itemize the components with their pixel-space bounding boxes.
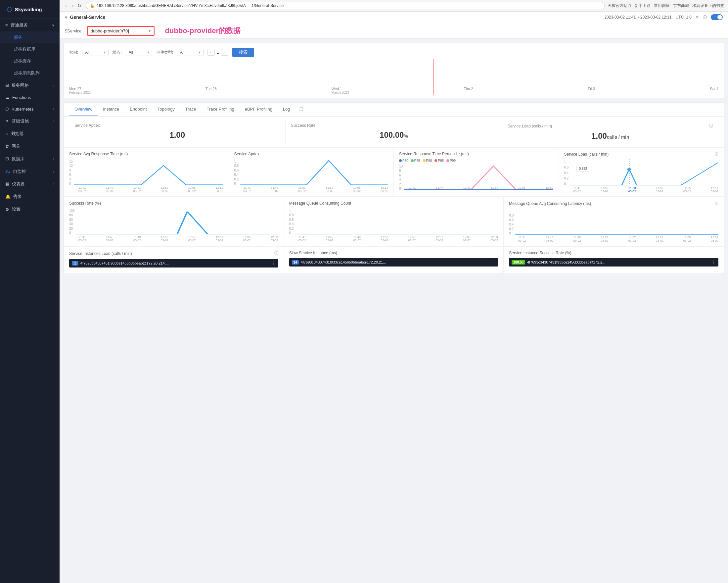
chart-sl-xaxis: 11:4103-0211:5003-0211:5003-0211:5903-02… — [573, 186, 719, 192]
service-select[interactable]: dubbo-provider[n70] ▾ — [88, 27, 154, 35]
chevron-sm-icon: › — [53, 170, 54, 174]
tab-instance[interactable]: Instance — [98, 103, 124, 116]
metric-sr-value: 100.00% — [291, 130, 496, 140]
prev-page-button[interactable]: ‹ — [207, 49, 215, 56]
instance-select[interactable]: All ▾ — [82, 49, 108, 56]
sidebar-group-header-normal-service[interactable]: ≡普通服务 ∨ — [0, 19, 59, 31]
cal-date-4: Fri 3 — [588, 87, 595, 94]
forward-button[interactable]: › — [70, 2, 75, 9]
sidebar-item-virtual-cache[interactable]: 虚拟缓存 — [0, 55, 59, 67]
tab-trace[interactable]: Trace — [180, 103, 202, 116]
sidebar-item-service[interactable]: 服务 — [0, 31, 59, 43]
service-select-text: dubbo-provider[n70] — [91, 28, 129, 33]
metric-load-info[interactable]: ⓘ — [709, 123, 713, 129]
instance-sr-name: 4f7693c34307431f933ce1456b0bbeab@172.2..… — [527, 260, 709, 264]
refresh-button[interactable]: ↺ — [696, 15, 699, 20]
sidebar-group-header-service-mesh[interactable]: ⊞服务网格 › — [0, 79, 59, 92]
info-icon[interactable]: ⓘ — [703, 15, 707, 20]
bookmark-2[interactable]: 新手上路 — [635, 3, 651, 8]
sidebar-group-header-infra[interactable]: ✦基础设施 › — [0, 115, 59, 127]
calendar-filter: 实例: All ▾ 端点: All ▾ 事件类型: All ▾ ‹ 1 — [64, 46, 724, 59]
chart-sr-yaxis: 100806040200 — [69, 208, 75, 235]
next-page-button[interactable]: › — [221, 49, 228, 56]
instance-load-badge: 1 — [72, 261, 78, 265]
calendar-section: 实例: All ▾ 端点: All ▾ 事件类型: All ▾ ‹ 1 — [63, 43, 724, 98]
chart-mq-lat-yaxis: 10.80.60.40.20 — [509, 208, 514, 235]
sidebar-item-alert[interactable]: 🔔 告警 — [0, 191, 59, 203]
sidebar-group-header-gateway[interactable]: ✿网关 › — [0, 140, 59, 153]
metric-load-title: Service Load (calls / min) ⓘ — [508, 123, 713, 129]
chevron-db-icon: › — [53, 157, 54, 161]
sidebar-item-functions[interactable]: ☁ Functions — [0, 92, 59, 103]
mobile-bookmark[interactable]: 移动设备上的书签 — [692, 3, 724, 8]
instance-sr-item[interactable]: 100.00 4f7693c34307431f933ce1456b0bbeab@… — [509, 258, 719, 267]
sidebar-group-items-normal-service: 服务 虚拟数据库 虚拟缓存 虚拟消息队列 — [0, 31, 59, 79]
chart-sl-tooltip: 0.752 — [576, 166, 589, 172]
bookmark-4[interactable]: 京东商城 — [673, 3, 689, 8]
gateway-icon: ✿ — [5, 144, 9, 149]
pagination: ‹ 1 › — [207, 49, 228, 56]
instance-slow-more[interactable]: ⋮ — [491, 259, 495, 265]
page-title: General-Service — [70, 15, 106, 20]
tab-topology[interactable]: Topology — [152, 103, 180, 116]
chevron-down-icon: ∨ — [52, 24, 54, 27]
instance-load-item[interactable]: 1 4f7693c34307431f933ce1456b0bbeab@172.2… — [69, 259, 278, 268]
chart-sl-info[interactable]: ⓘ — [715, 152, 719, 157]
instance-load-more[interactable]: ⋮ — [271, 260, 276, 266]
chart-mq-lat-info[interactable]: ⓘ — [715, 201, 719, 206]
tab-log[interactable]: Log — [278, 103, 295, 116]
chart-rp-svg — [404, 164, 553, 191]
chevron-gateway-icon: › — [53, 145, 54, 148]
reload-button[interactable]: ↻ — [76, 2, 83, 9]
sidebar-group-header-kubernetes[interactable]: ⬡Kubernetes › — [0, 103, 59, 115]
chart-sl-canvas: 10.60.40.20 — [564, 159, 719, 192]
instance-load-info[interactable]: ⓘ — [274, 251, 278, 256]
sw-icon: Sw — [5, 170, 10, 174]
bookmark-1[interactable]: 火狐官方站点 — [607, 3, 631, 8]
bookmark-3[interactable]: 常用网址 — [654, 3, 670, 8]
chart-sl-svg — [570, 159, 719, 186]
browser-icon: ○ — [5, 131, 8, 136]
instance-sr-title: Service Instance Success Rate (%) — [509, 251, 719, 255]
browser-bar: ‹ › ↻ 🔒 192.168.122.28:8080/dashboard/GE… — [59, 0, 728, 11]
back-button[interactable]: ‹ — [63, 2, 69, 9]
sidebar-item-settings[interactable]: ⚙ 设置 — [0, 203, 59, 216]
cal-date-0: Mon 27 February 2023 — [69, 87, 91, 94]
sidebar-group-header-dashboard[interactable]: ▦仪表盘 › — [0, 178, 59, 191]
tab-ebpf-profiling[interactable]: eBPF Profiling — [240, 103, 278, 116]
menu-icon[interactable]: ≡ — [65, 15, 68, 20]
top-bar-right: 2023-03-02 11:41 ~ 2023-03-02 12:11 UTC+… — [604, 14, 723, 20]
copy-icon[interactable]: ❐ — [295, 104, 307, 115]
p99-dot — [446, 159, 449, 162]
chart-avg-response-time: Service Avg Response Time (ms) 15129630 — [64, 148, 229, 197]
sidebar-item-browser[interactable]: ○ 浏览器 — [0, 127, 59, 140]
toggle-button[interactable] — [711, 14, 723, 20]
tab-overview[interactable]: Overview — [69, 103, 98, 116]
browser-url-bar[interactable]: 🔒 192.168.122.28:8080/dashboard/GENERAL/… — [86, 2, 605, 9]
sidebar-item-virtual-mq[interactable]: 虚拟消息队列 — [0, 67, 59, 79]
tab-endpoint[interactable]: Endpoint — [124, 103, 152, 116]
chart-rp-yaxis: 1086420 — [399, 164, 403, 191]
cal-date-5: Sat 4 — [710, 87, 719, 94]
search-button[interactable]: 搜索 — [232, 48, 254, 57]
logo: ⬡ Skywalking — [0, 0, 59, 19]
instance-sr-more[interactable]: ⋮ — [711, 259, 716, 265]
chart-sa-xaxis: 11:4103-0211:4703-0211:5303-0211:5903-02… — [243, 186, 389, 192]
instance-slow-item[interactable]: 14 4f7693c34307431f933ce1456b0bbeab@172.… — [289, 258, 498, 267]
event-select[interactable]: All ▾ — [177, 49, 204, 56]
service-select-wrapper: dubbo-provider[n70] ▾ — [87, 26, 155, 36]
endpoint-select[interactable]: All ▾ — [126, 49, 152, 56]
charts-grid-2: Success Rate (%) 100806040200 11:4103-02… — [64, 197, 724, 247]
tab-trace-profiling[interactable]: Trace Profiling — [201, 103, 239, 116]
sidebar-group-header-selfmonitor[interactable]: Sw自监控 › — [0, 165, 59, 178]
chevron-dash-icon: › — [53, 182, 54, 186]
dashboard-icon: ▦ — [5, 181, 9, 186]
chevron-right-icon: › — [53, 84, 54, 87]
sidebar-group-header-database[interactable]: ⊞数据库 › — [0, 153, 59, 165]
top-bar-left: ≡ General-Service — [65, 15, 105, 20]
bell-icon: 🔔 — [5, 194, 10, 199]
chart-sr-title: Success Rate (%) — [69, 201, 278, 206]
chart-art-canvas: 15129630 11:4103-0211:4703-0211:5303-021… — [69, 159, 224, 192]
metric-apdex-value: 1.00 — [74, 130, 280, 140]
sidebar-item-virtual-db[interactable]: 虚拟数据库 — [0, 43, 59, 55]
